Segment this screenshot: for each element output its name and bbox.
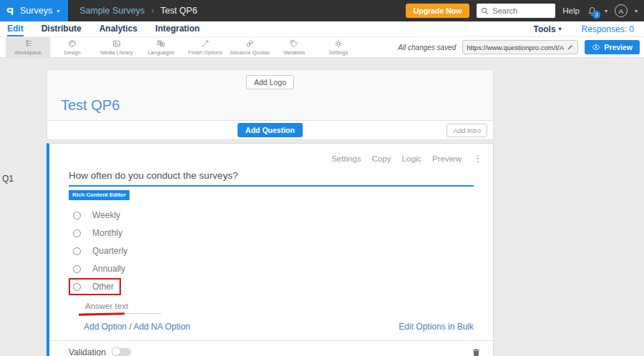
answer-options: Weekly Monthly: [69, 207, 474, 296]
add-question-strip-top: Add Question Add Intro: [47, 121, 494, 140]
add-question-button-top[interactable]: Add Question: [238, 123, 303, 137]
tab-edit[interactable]: Edit: [7, 22, 24, 36]
delete-question-button[interactable]: [472, 347, 481, 356]
add-na-option-link[interactable]: Add NA Option: [133, 322, 190, 332]
question-actions: Settings Copy Logic Preview ⋮: [49, 144, 493, 164]
upgrade-now-button[interactable]: Upgrade Now: [406, 4, 470, 18]
survey-card: Add Logo Test QP6 Add Question Add Intro…: [47, 69, 494, 356]
answer-option-label[interactable]: Monthly: [92, 228, 122, 238]
breadcrumb-separator-icon: ›: [151, 6, 154, 16]
answer-option-row: Annually: [69, 260, 474, 278]
top-bar: P Surveys ▾ Sample Surveys › Test QP6 Up…: [0, 0, 644, 21]
pencil-icon[interactable]: [567, 44, 574, 51]
notifications-button[interactable]: 3: [587, 6, 597, 16]
breadcrumb-parent[interactable]: Sample Surveys: [79, 6, 145, 16]
radio-button-icon[interactable]: [73, 283, 81, 291]
rich-content-editor-badge[interactable]: Rich Content Editor: [69, 190, 130, 200]
question-copy-link[interactable]: Copy: [372, 154, 391, 163]
answer-option-row: Monthly: [69, 224, 474, 242]
search-input[interactable]: [492, 6, 551, 15]
search-icon: [481, 7, 489, 15]
radio-button-icon[interactable]: [73, 212, 81, 219]
toolbar-item-variables[interactable]: Variables: [272, 37, 316, 57]
edit-options-in-bulk-link[interactable]: Edit Options in Bulk: [399, 322, 474, 332]
surveys-product-menu[interactable]: P Surveys ▾: [0, 0, 68, 21]
toolbar-item-settings[interactable]: Settings: [316, 37, 361, 57]
tab-integration[interactable]: Integration: [155, 22, 200, 36]
question-settings-link[interactable]: Settings: [331, 154, 361, 163]
editor-toolbar: Workspace Design Media Library Languages…: [0, 36, 644, 58]
answer-option-row: Weekly: [69, 207, 474, 224]
wand-icon: [201, 39, 210, 48]
survey-url-field[interactable]: [462, 40, 578, 54]
section-nav: Edit Distribute Analytics Integration To…: [0, 21, 644, 36]
toggle-knob: [112, 347, 121, 356]
other-answer-row: [84, 299, 474, 314]
toolbar-item-languages[interactable]: Languages: [139, 37, 183, 57]
answer-option-label[interactable]: Quarterly: [92, 246, 127, 256]
validation-label: Validation: [69, 347, 106, 356]
radio-button-icon[interactable]: [73, 247, 81, 255]
question-block: Settings Copy Logic Preview ⋮ How often …: [47, 143, 494, 356]
questionpro-logo: P: [6, 5, 14, 17]
tab-analytics[interactable]: Analytics: [99, 22, 137, 36]
translate-icon: [157, 39, 165, 48]
image-icon: [112, 39, 121, 48]
tools-menu[interactable]: Tools ▾: [533, 24, 561, 34]
question-number: Q1: [2, 174, 14, 184]
more-options-icon[interactable]: ⋮: [473, 153, 482, 164]
toolbar-item-media-library[interactable]: Media Library: [94, 37, 139, 57]
add-intro-button[interactable]: Add Intro: [447, 124, 487, 137]
toolbar-item-workspace[interactable]: Workspace: [6, 37, 50, 57]
save-status: All changes saved: [398, 44, 456, 51]
question-logic-link[interactable]: Logic: [402, 154, 422, 163]
question-footer: Validation: [49, 340, 493, 356]
preview-label: Preview: [604, 43, 633, 51]
tools-label: Tools: [533, 24, 555, 34]
breadcrumb: Sample Surveys › Test QP6: [79, 6, 197, 16]
avatar[interactable]: A: [615, 4, 628, 17]
question-preview-link[interactable]: Preview: [432, 154, 462, 163]
product-menu-label: Surveys: [20, 6, 52, 16]
tab-distribute[interactable]: Distribute: [42, 22, 82, 36]
survey-url-input[interactable]: [467, 44, 564, 51]
radio-button-icon[interactable]: [73, 265, 81, 273]
answer-option-row: Quarterly: [69, 242, 474, 260]
eye-icon: [592, 43, 600, 51]
chevron-down-icon[interactable]: ▾: [635, 8, 638, 14]
notification-count-badge: 3: [592, 11, 600, 19]
chevron-down-icon[interactable]: ▾: [605, 8, 608, 14]
radio-button-icon[interactable]: [73, 229, 81, 237]
tag-icon: [290, 39, 298, 48]
question-text[interactable]: How often do you conduct the surveys?: [69, 170, 474, 187]
link-separator: /: [129, 322, 131, 332]
chevron-down-icon: ▾: [57, 8, 59, 14]
palette-icon: [68, 39, 77, 48]
chain-icon: [245, 39, 254, 48]
survey-editor-canvas: Q1 Add Logo Test QP6 Add Question Add In…: [0, 69, 644, 356]
survey-title[interactable]: Test QP6: [61, 97, 493, 114]
preview-button[interactable]: Preview: [585, 40, 640, 54]
other-answer-input[interactable]: [84, 302, 161, 314]
toolbar-item-advance-quotas[interactable]: Advance Quotas: [228, 37, 272, 57]
answer-option-label[interactable]: Other: [92, 282, 114, 292]
toolbar-item-finish-options[interactable]: Finish Options: [183, 37, 228, 57]
answer-option-label[interactable]: Weekly: [92, 210, 120, 220]
validation-toggle[interactable]: [112, 348, 131, 356]
gear-icon: [334, 39, 343, 48]
trash-icon: [472, 347, 481, 356]
add-logo-button[interactable]: Add Logo: [246, 75, 294, 89]
workspace-icon: [24, 39, 32, 48]
responses-link[interactable]: Responses: 0: [582, 24, 634, 34]
chevron-down-icon: ▾: [559, 26, 562, 32]
answer-option-label[interactable]: Annually: [92, 264, 125, 274]
survey-header: Add Logo Test QP6: [47, 69, 494, 121]
toolbar-item-design[interactable]: Design: [50, 37, 94, 57]
global-search[interactable]: [477, 4, 555, 18]
add-option-link[interactable]: Add Option: [84, 322, 127, 332]
help-link[interactable]: Help: [562, 6, 580, 15]
answer-option-row: Other: [69, 278, 474, 296]
breadcrumb-current: Test QP6: [160, 6, 197, 16]
